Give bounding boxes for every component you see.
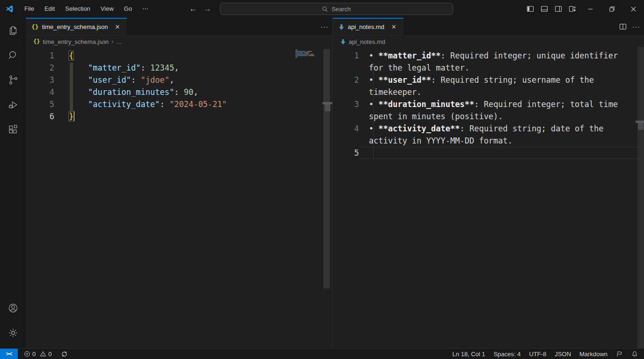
toggle-primary-sidebar-icon[interactable] bbox=[523, 0, 537, 18]
chevron-right-icon: › bbox=[111, 38, 113, 45]
error-count: 0 bbox=[32, 351, 36, 358]
close-button[interactable] bbox=[622, 0, 644, 18]
tab-api-notes[interactable]: api_notes.md ✕ bbox=[333, 18, 403, 35]
line-number: 2 bbox=[333, 74, 359, 86]
feedback-button[interactable] bbox=[614, 349, 625, 359]
code-token: "matter_id" bbox=[88, 63, 141, 72]
code-token: **activity_date** bbox=[378, 124, 460, 133]
remote-window-button[interactable]: >< bbox=[0, 349, 18, 359]
code-token: activity in YYYY-MM-DD format. bbox=[369, 136, 512, 145]
code-line: 3• **duration_minutes**: Required intege… bbox=[333, 98, 644, 110]
line-number: 5 bbox=[26, 98, 54, 110]
tab-bar-right: api_notes.md ✕ ··· bbox=[333, 18, 644, 36]
search-view-icon[interactable] bbox=[0, 43, 26, 67]
code-line: 1• **matter_id**: Required integer; uniq… bbox=[333, 50, 644, 62]
line-number: 1 bbox=[26, 50, 54, 62]
code-token: : Required integer; unique identifier bbox=[441, 51, 618, 60]
menu-bar-items: FileEditSelectionViewGo⋯ bbox=[19, 0, 154, 18]
scrollbar-left[interactable] bbox=[323, 49, 330, 288]
indentation[interactable]: Spaces: 4 bbox=[491, 349, 523, 359]
cursor-position[interactable]: Ln 18, Col 1 bbox=[450, 349, 488, 359]
language-mode-json[interactable]: JSON bbox=[552, 349, 573, 359]
code-line: for the legal matter. bbox=[333, 62, 644, 74]
line-number: 3 bbox=[26, 74, 54, 86]
settings-gear-icon[interactable] bbox=[0, 320, 26, 345]
problems-button[interactable]: 0 0 bbox=[22, 349, 54, 359]
code-line: 5 bbox=[333, 147, 644, 159]
active-indent-guide bbox=[70, 63, 73, 111]
line-number: 2 bbox=[26, 62, 54, 74]
markdown-file-icon bbox=[338, 24, 344, 30]
vscode-window: FileEditSelectionViewGo⋯ ← → Search bbox=[0, 0, 644, 359]
more-actions-icon[interactable]: ··· bbox=[632, 23, 640, 30]
warning-icon bbox=[40, 351, 46, 357]
code-token: "2024-05-21" bbox=[169, 100, 227, 109]
code-token: : Required string; username of the bbox=[431, 75, 594, 85]
code-token: **matter_id** bbox=[378, 51, 440, 60]
code-token: , bbox=[174, 63, 179, 72]
markdown-file-icon bbox=[340, 39, 346, 45]
toggle-secondary-sidebar-icon[interactable] bbox=[551, 0, 565, 18]
customize-layout-icon[interactable] bbox=[565, 0, 579, 18]
more-actions-icon[interactable]: ··· bbox=[321, 23, 329, 30]
navigate-forward-icon[interactable]: → bbox=[204, 4, 212, 14]
code-token: • bbox=[369, 100, 378, 109]
minimize-button[interactable] bbox=[579, 0, 601, 18]
sync-icon bbox=[61, 351, 68, 358]
json-file-icon: {} bbox=[31, 23, 39, 30]
code-token: , bbox=[193, 87, 198, 97]
code-token: **user_id** bbox=[378, 75, 431, 85]
code-token: : bbox=[131, 75, 140, 85]
warning-count: 0 bbox=[48, 351, 51, 358]
markdown-editor[interactable]: 1• **matter_id**: Required integer; uniq… bbox=[333, 48, 644, 159]
line-number: 6 bbox=[26, 110, 54, 122]
code-token: 90 bbox=[184, 87, 193, 97]
code-token: : bbox=[174, 87, 183, 97]
breadcrumb-left: {} time_entry_schema.json › ... bbox=[26, 36, 332, 48]
menu-edit[interactable]: Edit bbox=[39, 0, 60, 18]
scrollbar-right[interactable] bbox=[637, 47, 644, 349]
menu-view[interactable]: View bbox=[95, 0, 119, 18]
source-control-icon[interactable] bbox=[0, 67, 26, 92]
language-mode-markdown[interactable]: Markdown bbox=[577, 349, 610, 359]
menu-more[interactable]: ⋯ bbox=[137, 0, 154, 18]
tab-time-entry-schema[interactable]: {} time_entry_schema.json ✕ bbox=[26, 18, 127, 35]
code-token: • bbox=[369, 124, 378, 133]
error-icon bbox=[24, 351, 30, 357]
tab-bar-left: {} time_entry_schema.json ✕ ··· bbox=[26, 18, 332, 36]
code-line: activity in YYYY-MM-DD format. bbox=[333, 135, 644, 147]
code-token: : bbox=[160, 100, 169, 109]
run-and-debug-icon[interactable] bbox=[0, 92, 26, 117]
minimap[interactable] bbox=[295, 50, 323, 58]
code-line: 2• **user_id**: Required string; usernam… bbox=[333, 74, 644, 86]
text-cursor bbox=[73, 111, 74, 121]
menu-selection[interactable]: Selection bbox=[60, 0, 95, 18]
menu-go[interactable]: Go bbox=[119, 0, 137, 18]
breadcrumb-more[interactable]: ... bbox=[116, 38, 121, 45]
tab-close-icon[interactable]: ✕ bbox=[389, 23, 398, 31]
notifications-button[interactable] bbox=[629, 349, 640, 359]
line-number bbox=[333, 110, 359, 122]
code-token: timekeeper. bbox=[369, 87, 422, 97]
accounts-icon[interactable] bbox=[0, 295, 26, 320]
encoding[interactable]: UTF-8 bbox=[527, 349, 549, 359]
command-center-search[interactable]: Search bbox=[220, 3, 453, 15]
toggle-panel-icon[interactable] bbox=[537, 0, 551, 18]
line-number bbox=[333, 62, 359, 74]
breadcrumb-file[interactable]: api_notes.md bbox=[349, 38, 385, 45]
code-token: "activity_date" bbox=[88, 100, 160, 109]
extensions-icon[interactable] bbox=[0, 117, 26, 142]
restore-button[interactable] bbox=[601, 0, 622, 18]
tab-close-icon[interactable]: ✕ bbox=[113, 23, 122, 31]
split-editor-icon[interactable] bbox=[619, 23, 627, 30]
code-token: "duration_minutes" bbox=[88, 87, 174, 97]
menu-file[interactable]: File bbox=[19, 0, 39, 18]
title-bar: FileEditSelectionViewGo⋯ ← → Search bbox=[0, 0, 644, 18]
line-number: 4 bbox=[333, 122, 359, 135]
navigate-back-icon[interactable]: ← bbox=[189, 4, 197, 14]
code-token: : bbox=[141, 63, 150, 72]
breadcrumb-file[interactable]: time_entry_schema.json bbox=[43, 38, 109, 45]
remote-icon: >< bbox=[6, 351, 12, 357]
explorer-icon[interactable] bbox=[0, 18, 26, 43]
sync-button[interactable] bbox=[59, 349, 70, 359]
